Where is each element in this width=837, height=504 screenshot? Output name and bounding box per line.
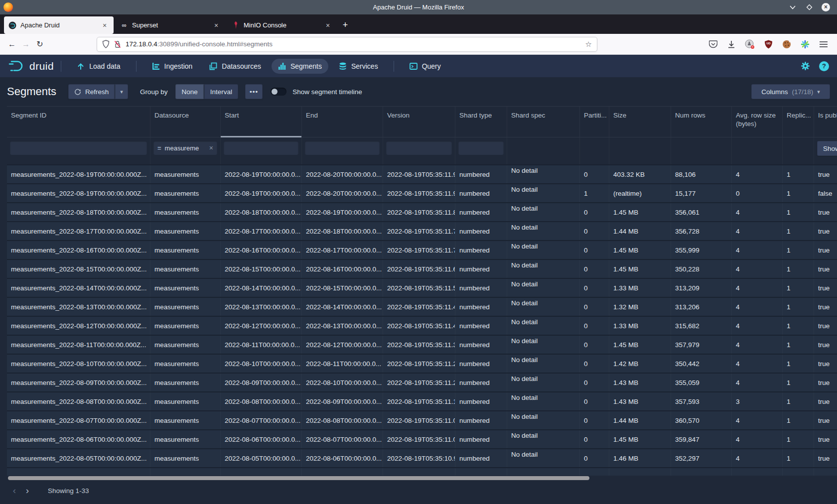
window-close-button[interactable]: × [822, 3, 830, 11]
browser-toolbar: ← → ↻ 172.18.0.4:30899/unified-console.h… [0, 34, 837, 55]
url-host: 172.18.0.4 [126, 40, 157, 48]
columns-button[interactable]: Columns (17/18) ▾ [751, 84, 830, 99]
table-row[interactable]: measurements_2022-08-05T00:00:00.000Z...… [7, 448, 837, 467]
forward-button[interactable]: → [19, 37, 33, 51]
minio-favicon-icon [232, 21, 240, 29]
window-minimize-button[interactable] [789, 3, 797, 11]
table-row[interactable]: measurements_2022-08-15T00:00:00.000Z...… [7, 259, 837, 278]
filter-cell [7, 137, 150, 164]
nav-divider [394, 61, 394, 72]
tab-minio-console[interactable]: MinIO Console × [227, 16, 337, 34]
nav-item-segments[interactable]: Segments [272, 59, 328, 74]
column-header[interactable]: Size [609, 107, 671, 137]
tracking-shield-icon[interactable] [102, 40, 110, 48]
nav-item-services[interactable]: Services [332, 59, 385, 74]
cell-spec: No detail [507, 449, 580, 467]
tab-close-icon[interactable]: × [100, 21, 109, 29]
tab-superset[interactable]: ∞ Superset × [116, 16, 225, 34]
datasource-filter-chip[interactable]: =measureme× [153, 141, 217, 155]
ublock-origin-icon[interactable]: UO [763, 39, 774, 50]
back-button[interactable]: ← [5, 37, 19, 51]
table-row[interactable]: measurements_2022-08-09T00:00:00.000Z...… [7, 373, 837, 391]
menu-button[interactable] [818, 39, 829, 50]
cell-end: 2022-08-15T00:00:00.0... [302, 279, 383, 297]
table-row[interactable]: measurements_2022-08-06T00:00:00.000Z...… [7, 429, 837, 448]
refresh-interval-dropdown[interactable]: ▾ [115, 84, 128, 99]
filter-input[interactable] [10, 141, 147, 155]
table-header-row: Segment IDDatasourceStartEndVersionShard… [7, 106, 837, 137]
cell-part: 0 [580, 317, 609, 335]
window-maximize-button[interactable] [805, 3, 813, 11]
table-row[interactable]: measurements_2022-08-19T00:00:00.000Z...… [7, 164, 837, 183]
tab-close-icon[interactable]: × [323, 21, 332, 29]
column-header[interactable]: Version [383, 107, 455, 137]
table-row[interactable]: measurements_2022-08-11T00:00:00.000Z...… [7, 335, 837, 354]
show-filter-button[interactable]: Show [817, 141, 837, 156]
filter-input[interactable] [305, 141, 380, 155]
nav-item-query[interactable]: Query [403, 59, 447, 74]
cell-end: 2022-08-13T00:00:00.0... [302, 317, 383, 335]
table-row[interactable]: measurements_2022-08-12T00:00:00.000Z...… [7, 316, 837, 335]
password-manager-icon[interactable] [800, 39, 811, 50]
filter-input[interactable] [224, 141, 298, 155]
next-page-button[interactable]: › [21, 484, 34, 497]
column-header[interactable]: Datasource [150, 107, 221, 137]
column-header[interactable]: Segment ID [7, 107, 150, 137]
table-row[interactable]: measurements_2022-08-19T00:00:00.000Z...… [7, 183, 837, 202]
segment-timeline-toggle[interactable] [271, 88, 286, 96]
url-bar[interactable]: 172.18.0.4:30899/unified-console.html#se… [97, 37, 597, 52]
group-by-interval-button[interactable]: Interval [204, 84, 238, 99]
tab-apache-druid[interactable]: Apache Druid × [4, 16, 114, 34]
table-row[interactable]: measurements_2022-08-14T00:00:00.000Z...… [7, 278, 837, 297]
cookie-icon[interactable] [781, 39, 792, 50]
column-header[interactable]: Start [221, 107, 302, 137]
column-header[interactable]: End [302, 107, 383, 137]
cell-ver: 2022-08-19T05:35:11.9... [383, 184, 455, 202]
refresh-button[interactable]: Refresh [68, 84, 115, 99]
horizontal-scrollbar[interactable] [0, 476, 837, 481]
cell-empty [383, 468, 455, 476]
table-row[interactable]: measurements_2022-08-16T00:00:00.000Z...… [7, 240, 837, 259]
cell-start: 2022-08-05T00:00:00.0... [221, 449, 302, 467]
previous-page-button[interactable]: ‹ [8, 484, 21, 497]
nav-item-datasources[interactable]: Datasources [203, 59, 268, 74]
extensions-icon[interactable]: × [744, 39, 755, 50]
filter-input[interactable] [386, 141, 452, 155]
cell-part: 1 [580, 184, 609, 202]
new-tab-button[interactable]: + [338, 16, 353, 34]
filter-operator: = [157, 144, 161, 152]
druid-brand[interactable]: druid [8, 60, 54, 73]
nav-item-ingestion[interactable]: Ingestion [145, 59, 199, 74]
scrollbar-thumb[interactable] [8, 476, 589, 480]
reload-button[interactable]: ↻ [33, 37, 47, 51]
help-button[interactable]: ? [819, 61, 829, 71]
cell-part: 0 [580, 222, 609, 240]
settings-gear-icon[interactable] [801, 61, 810, 71]
table-row[interactable]: measurements_2022-08-18T00:00:00.000Z...… [7, 202, 837, 221]
cell-num: 360,570 [671, 411, 732, 429]
insecure-lock-icon[interactable] [114, 40, 121, 48]
cell-rep: 1 [783, 279, 814, 297]
table-row[interactable]: measurements_2022-08-10T00:00:00.000Z...… [7, 354, 837, 373]
column-header[interactable]: Avg. row size (bytes) [732, 107, 783, 137]
column-header[interactable]: Shard type [455, 107, 507, 137]
pocket-icon[interactable] [707, 39, 718, 50]
filter-input[interactable] [458, 141, 504, 155]
nav-item-load-data[interactable]: Load data [70, 59, 127, 74]
download-icon[interactable] [726, 39, 737, 50]
column-header[interactable]: Partiti... [580, 107, 609, 137]
table-row[interactable]: measurements_2022-08-17T00:00:00.000Z...… [7, 221, 837, 240]
chip-remove-icon[interactable]: × [209, 144, 213, 152]
column-header[interactable]: Shard spec [507, 107, 580, 137]
table-row[interactable]: measurements_2022-08-13T00:00:00.000Z...… [7, 297, 837, 316]
bookmark-star-icon[interactable]: ☆ [585, 40, 592, 49]
column-header[interactable]: Replic... [783, 107, 814, 137]
more-options-button[interactable]: ••• [245, 84, 263, 99]
table-row[interactable]: measurements_2022-08-08T00:00:00.000Z...… [7, 391, 837, 410]
column-header[interactable]: Is publi [814, 107, 837, 137]
table-row[interactable]: measurements_2022-08-07T00:00:00.000Z...… [7, 410, 837, 429]
tab-close-icon[interactable]: × [212, 21, 221, 29]
cell-shard: numbered [455, 336, 507, 354]
column-header[interactable]: Num rows [671, 107, 732, 137]
group-by-none-button[interactable]: None [175, 84, 203, 99]
